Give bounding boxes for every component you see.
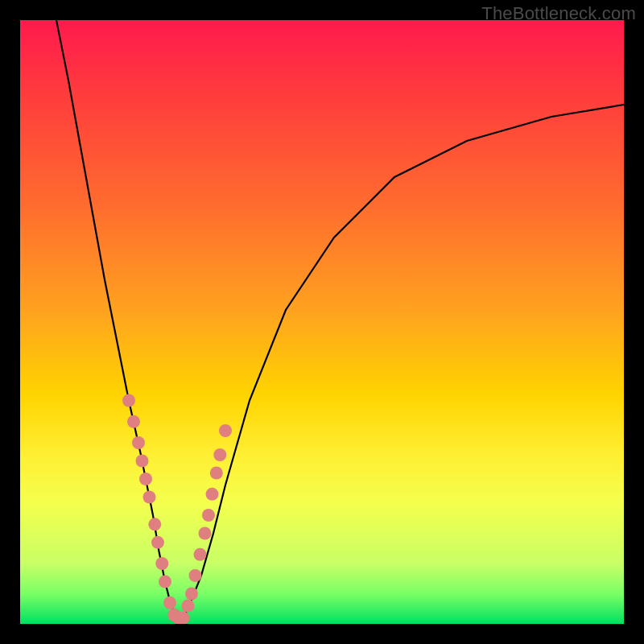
highlight-point	[159, 576, 171, 588]
curve-layer	[56, 20, 624, 618]
highlight-point	[155, 557, 168, 570]
highlight-point	[189, 569, 202, 582]
highlight-point	[185, 588, 198, 601]
highlight-point	[143, 491, 156, 504]
highlight-point	[194, 548, 207, 561]
highlight-point	[177, 612, 190, 625]
highlight-point	[148, 518, 161, 530]
highlight-point	[213, 448, 226, 461]
chart-plot-area	[20, 20, 624, 624]
highlight-point	[139, 473, 152, 485]
highlight-point	[132, 436, 145, 449]
chart-svg	[20, 20, 624, 624]
highlight-markers	[122, 394, 232, 625]
bottleneck-curve	[56, 20, 624, 618]
highlight-point	[151, 536, 164, 549]
highlight-point	[136, 455, 149, 468]
highlight-point	[163, 597, 176, 609]
highlight-point	[202, 509, 215, 522]
chart-frame: TheBottleneck.com	[0, 0, 644, 644]
highlight-point	[219, 424, 232, 437]
highlight-point	[122, 394, 135, 407]
highlight-point	[210, 467, 223, 480]
highlight-point	[127, 415, 140, 428]
highlight-point	[206, 488, 219, 501]
highlight-point	[182, 600, 195, 613]
watermark-text: TheBottleneck.com	[481, 3, 636, 24]
highlight-point	[199, 527, 212, 540]
